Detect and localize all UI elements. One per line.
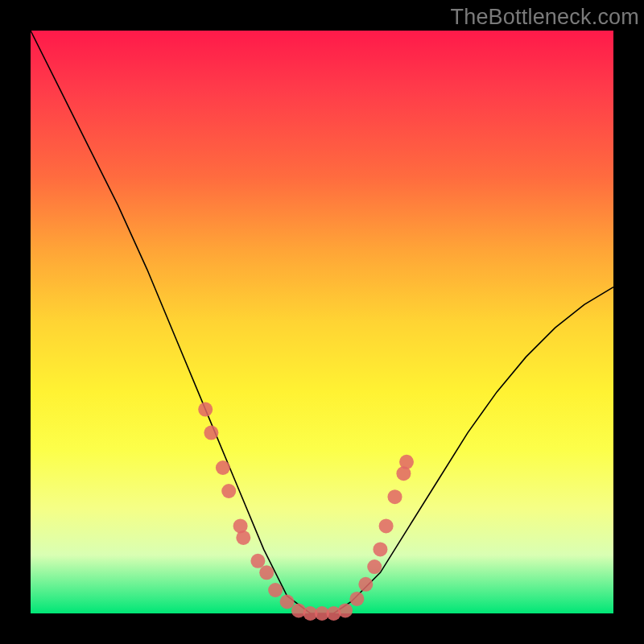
data-point (216, 460, 230, 475)
data-point (259, 565, 274, 580)
chart-overlay (0, 0, 644, 644)
data-point (379, 518, 394, 533)
outer-frame: TheBottleneck.com (0, 0, 644, 644)
data-point (358, 577, 373, 592)
data-point (198, 402, 213, 417)
data-point (204, 426, 218, 440)
data-point (399, 455, 414, 469)
data-point (268, 583, 283, 597)
data-point (367, 559, 382, 574)
data-point (349, 592, 364, 606)
data-point (236, 530, 250, 545)
data-point (388, 489, 402, 504)
data-point (280, 595, 295, 609)
data-point (338, 603, 353, 617)
data-point (373, 542, 387, 556)
data-point (250, 554, 265, 568)
data-point (221, 484, 236, 498)
bottleneck-curve (31, 31, 613, 613)
